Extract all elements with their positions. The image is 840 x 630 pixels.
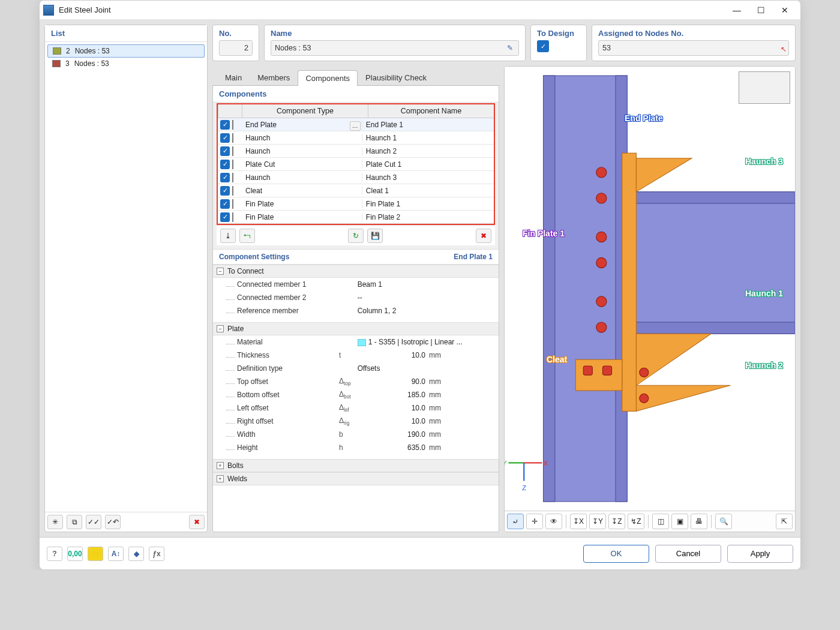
- minus-icon[interactable]: −: [217, 268, 224, 275]
- row-checkbox[interactable]: ✓: [220, 120, 230, 130]
- todesign-checkbox[interactable]: ✓: [537, 40, 549, 52]
- prop-name: Reference member: [237, 307, 334, 315]
- view-cube-icon[interactable]: ▣: [671, 514, 688, 529]
- view-axes-icon[interactable]: ✛: [526, 514, 543, 529]
- list-check-icon[interactable]: ✓✓: [86, 515, 101, 529]
- table-row[interactable]: ✓ Haunch Haunch 1: [218, 131, 494, 145]
- cancel-button[interactable]: Cancel: [655, 545, 721, 563]
- row-checkbox[interactable]: ✓: [220, 133, 230, 143]
- row-delete-icon[interactable]: ✖: [476, 229, 491, 243]
- row-insert-icon[interactable]: ⤓: [220, 229, 236, 243]
- prop-unit: mm: [429, 430, 457, 439]
- status-icon-1[interactable]: 0,00: [67, 547, 83, 561]
- table-row[interactable]: ✓ Haunch Haunch 2: [218, 145, 494, 158]
- list-delete-icon[interactable]: ✖: [189, 515, 205, 529]
- row-checkbox[interactable]: ✓: [220, 160, 230, 169]
- tab-components[interactable]: Components: [298, 70, 358, 86]
- prop-row[interactable]: Connected member 2 --: [213, 291, 499, 304]
- svg-rect-6: [622, 153, 637, 411]
- view-reset-icon[interactable]: ⤾: [507, 514, 524, 529]
- prop-row[interactable]: Reference member Column 1, 2: [213, 304, 499, 317]
- prop-row[interactable]: Connected member 1 Beam 1: [213, 278, 499, 291]
- prop-symbol: t: [339, 351, 363, 359]
- status-icon-3[interactable]: A↕: [108, 547, 124, 561]
- view-eye-icon[interactable]: 👁: [545, 514, 562, 529]
- prop-group-header[interactable]: +Bolts: [213, 459, 499, 472]
- row-edit-icon[interactable]: …: [350, 121, 361, 131]
- viewer-canvas[interactable]: X Y Z End Plate Haunch 3 Haunch 1 Haunch…: [505, 67, 795, 511]
- list-item-idx: 2: [66, 47, 70, 55]
- list-item-swatch: [52, 60, 61, 67]
- prop-group-header[interactable]: +Welds: [213, 472, 499, 485]
- table-row[interactable]: ✓ Haunch Haunch 3: [218, 171, 494, 184]
- name-input[interactable]: [271, 40, 519, 56]
- row-save-icon[interactable]: 💾: [367, 229, 383, 243]
- prop-value: 190.0: [363, 430, 429, 439]
- prop-row[interactable]: Right offset Δrig 10.0 mm: [213, 415, 499, 428]
- maximize-button[interactable]: ☐: [749, 2, 773, 19]
- minimize-button[interactable]: —: [725, 2, 749, 19]
- prop-group-header[interactable]: −Plate: [213, 322, 499, 335]
- prop-row[interactable]: Top offset Δtop 90.0 mm: [213, 375, 499, 388]
- prop-group-header[interactable]: −To Connect: [213, 265, 499, 278]
- prop-row[interactable]: Bottom offset Δbot 185.0 mm: [213, 388, 499, 401]
- prop-row[interactable]: Material 1 - S355 | Isotropic | Linear .…: [213, 335, 499, 349]
- prop-row[interactable]: Left offset Δlef 10.0 mm: [213, 401, 499, 415]
- pick-node-icon[interactable]: ↖: [781, 45, 787, 53]
- list-item[interactable]: 3 Nodes : 53: [47, 58, 205, 70]
- table-row[interactable]: ✓ Fin Plate Fin Plate 2: [218, 211, 494, 224]
- list-check-import-icon[interactable]: ✓↶: [105, 515, 121, 529]
- row-checkbox[interactable]: ✓: [220, 186, 230, 196]
- list-new-icon[interactable]: ✳: [47, 515, 63, 529]
- status-icon-0[interactable]: ?: [47, 547, 62, 561]
- status-icon-2[interactable]: □: [88, 547, 103, 561]
- status-icon-5[interactable]: ƒx: [149, 547, 164, 561]
- tab-members[interactable]: Members: [250, 70, 298, 85]
- prop-row[interactable]: Definition type Offsets: [213, 362, 499, 375]
- label-haunch1: Haunch 1: [745, 289, 783, 298]
- plus-icon[interactable]: +: [217, 475, 224, 482]
- prop-row[interactable]: Width b 190.0 mm: [213, 428, 499, 441]
- view-x-icon[interactable]: ↧X: [570, 514, 587, 529]
- apply-button[interactable]: Apply: [727, 545, 793, 563]
- list-item[interactable]: 2 Nodes : 53: [47, 44, 205, 58]
- edit-name-icon[interactable]: ✎: [505, 43, 515, 53]
- minus-icon[interactable]: −: [217, 325, 224, 332]
- row-checkbox[interactable]: ✓: [220, 199, 230, 209]
- view-z-icon[interactable]: ↧Z: [608, 514, 625, 529]
- table-row[interactable]: ✓ End Plate… End Plate 1: [218, 118, 494, 131]
- view-y-icon[interactable]: ↧Y: [589, 514, 606, 529]
- row-name: Haunch 3: [362, 173, 494, 182]
- assigned-input[interactable]: [598, 40, 789, 56]
- row-type: Haunch: [243, 147, 362, 155]
- list-copy-icon[interactable]: ⧉: [67, 515, 82, 529]
- prop-row[interactable]: Thickness t 10.0 mm: [213, 349, 499, 362]
- prop-value: 1 - S355 | Isotropic | Linear ...: [358, 338, 472, 346]
- tab-plausibility-check[interactable]: Plausibility Check: [358, 70, 434, 85]
- prop-value: Offsets: [358, 364, 472, 373]
- table-row[interactable]: ✓ Cleat Cleat 1: [218, 184, 494, 197]
- table-row[interactable]: ✓ Fin Plate Fin Plate 1: [218, 197, 494, 211]
- view-iso-icon[interactable]: ↯Z: [628, 514, 644, 529]
- table-row[interactable]: ✓ Plate Cut Plate Cut 1: [218, 158, 494, 171]
- settings-current: End Plate 1: [454, 253, 493, 261]
- view-print-icon[interactable]: 🖶: [691, 514, 707, 529]
- ok-button[interactable]: OK: [583, 545, 649, 563]
- row-checkbox[interactable]: ✓: [220, 173, 230, 182]
- row-checkbox[interactable]: ✓: [220, 146, 230, 156]
- svg-rect-17: [583, 366, 592, 375]
- view-detach-icon[interactable]: ⇱: [776, 514, 793, 529]
- row-refresh-icon[interactable]: ↻: [348, 229, 364, 243]
- status-icon-4[interactable]: ◆: [128, 547, 144, 561]
- view-persp-icon[interactable]: ◫: [652, 514, 669, 529]
- tab-main[interactable]: Main: [217, 70, 250, 85]
- prop-row[interactable]: Height h 635.0 mm: [213, 441, 499, 454]
- close-button[interactable]: ✕: [773, 2, 797, 19]
- orientation-cube-icon[interactable]: [739, 71, 790, 104]
- row-checkbox[interactable]: ✓: [220, 212, 230, 222]
- view-zoom-icon[interactable]: 🔍: [715, 514, 732, 529]
- plus-icon[interactable]: +: [217, 462, 224, 469]
- row-import-icon[interactable]: ⮢: [239, 229, 255, 243]
- no-input[interactable]: [219, 40, 253, 56]
- row-type: Fin Plate: [243, 200, 362, 208]
